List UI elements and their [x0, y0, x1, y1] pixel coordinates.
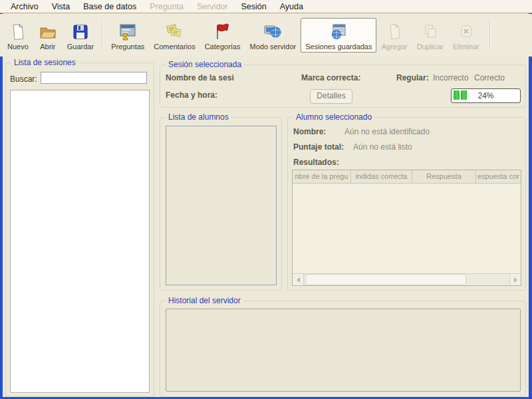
search-label: Buscar:	[10, 74, 37, 84]
scrollbar-track[interactable]	[466, 274, 509, 285]
toolbar-button-label: Agregar	[381, 43, 407, 51]
date-time-label: Fecha y hora:	[166, 90, 217, 100]
scroll-left-button[interactable]	[293, 274, 304, 285]
column-header-question-name[interactable]: nbre de la pregu	[293, 170, 351, 183]
results-table-body[interactable]	[293, 183, 521, 274]
chevron-right-icon	[514, 277, 517, 283]
duplicate-icon	[420, 22, 440, 42]
questions-button[interactable]: Preguntas	[106, 18, 149, 53]
toolbar-button-label: Categorías	[205, 43, 241, 51]
new-document-icon	[8, 22, 28, 42]
selected-student-panel: Alumno seleccionado Nombre: Aún no está …	[287, 117, 526, 291]
delete-icon	[456, 22, 476, 42]
open-button[interactable]: Abrir	[33, 18, 63, 53]
results-table: nbre de la pregu indidas correcta Respue…	[292, 170, 521, 286]
menu-servidor: Servidor	[190, 1, 235, 13]
add-button: Agregar	[376, 18, 412, 53]
server-history-title: Historial del servidor	[166, 296, 243, 305]
toolbar-button-label: Preguntas	[111, 43, 144, 51]
comments-button[interactable]: Comentarios	[149, 18, 200, 53]
add-icon	[384, 22, 404, 42]
menu-base-de-datos[interactable]: Base de datos	[76, 1, 143, 13]
categories-flag-icon	[213, 22, 233, 42]
details-button[interactable]: Detalles	[310, 89, 352, 104]
selected-student-title: Alumno seleccionado	[293, 112, 374, 122]
toolbar-button-label: Nuevo	[7, 43, 29, 51]
session-info-row: Nombre de la sesi Marca correcta: Regula…	[160, 73, 525, 84]
chevron-left-icon	[297, 277, 300, 283]
server-history-panel: Historial del servidor	[160, 301, 526, 397]
new-button[interactable]: Nuevo	[3, 18, 33, 53]
comments-notes-icon	[164, 22, 184, 42]
categories-button[interactable]: Categorías	[200, 18, 245, 53]
correct-label: Correcto	[474, 73, 505, 82]
session-name-label: Nombre de la sesi	[166, 73, 234, 82]
toolbar-button-label: Modo servidor	[249, 43, 296, 51]
score-progress-bar: 24%	[451, 88, 521, 103]
window-border-left	[0, 13, 3, 399]
saved-sessions-button[interactable]: Sesiones guardadas	[301, 18, 376, 53]
menu-bar: Archivo Vista Base de datos Pregunta Ser…	[0, 0, 532, 13]
student-score-row: Puntaje total: Aún no está listo	[293, 142, 521, 153]
selected-session-panel: Sesión seleccionada Nombre de la sesi Ma…	[160, 65, 526, 108]
column-header-correct-answer[interactable]: espuesta cor	[476, 170, 521, 183]
sessions-panel: Lista de sesiones Buscar:	[5, 63, 154, 397]
save-button[interactable]: Guardar	[63, 18, 98, 53]
server-history-log[interactable]	[166, 309, 521, 392]
regular-label: Regular:	[396, 73, 429, 82]
selected-session-title: Sesión seleccionada	[166, 60, 244, 69]
duplicate-button: Duplicar	[412, 18, 448, 53]
toolbar-separator	[102, 20, 103, 51]
toolbar-button-label: Abrir	[40, 43, 55, 51]
results-label: Resultados:	[293, 158, 339, 167]
menu-ayuda[interactable]: Ayuda	[273, 1, 310, 13]
column-header-answered-correct[interactable]: indidas correcta	[351, 170, 412, 183]
column-header-answer[interactable]: Respuesta	[412, 170, 476, 183]
results-table-header: nbre de la pregu indidas correcta Respue…	[293, 170, 521, 184]
toolbar-button-label: Duplicar	[417, 43, 444, 51]
menu-sesion[interactable]: Sesión	[234, 1, 273, 13]
student-score-label: Puntaje total:	[293, 142, 344, 152]
menu-pregunta: Pregunta	[143, 1, 190, 13]
toolbar-button-label: Eliminar	[453, 43, 479, 51]
menu-archivo[interactable]: Archivo	[4, 1, 45, 13]
toolbar-button-label: Comentarios	[154, 43, 195, 51]
student-score-value: Aún no está listo	[353, 142, 412, 152]
window-border-right	[529, 13, 532, 399]
results-row: Resultados:	[293, 158, 521, 168]
search-input[interactable]	[41, 72, 147, 84]
open-folder-icon	[38, 22, 58, 42]
students-panel-title: Lista de alumnos	[166, 112, 231, 122]
session-date-row: Fecha y hora: Detalles 24%	[160, 88, 525, 104]
incorrect-label: Incorrecto	[433, 73, 468, 82]
toolbar-separator	[489, 20, 491, 51]
scroll-right-button[interactable]	[509, 274, 521, 285]
sessions-panel-title: Lista de sesiones	[11, 58, 78, 67]
session-list[interactable]	[10, 90, 150, 393]
menu-vista[interactable]: Vista	[45, 1, 77, 13]
toolbar: Nuevo Abrir Guardar Preguntas	[0, 14, 532, 57]
student-list[interactable]	[166, 126, 277, 285]
delete-button: Eliminar	[448, 18, 484, 53]
save-floppy-icon	[70, 22, 90, 42]
saved-sessions-icon	[329, 22, 348, 42]
toolbar-button-label: Guardar	[67, 43, 94, 51]
students-panel: Lista de alumnos	[160, 117, 282, 291]
horizontal-scrollbar	[293, 273, 521, 285]
student-name-label: Nombre:	[293, 127, 326, 136]
scrollbar-thumb[interactable]	[305, 274, 466, 285]
toolbar-button-label: Sesiones guardadas	[305, 43, 372, 51]
student-name-row: Nombre: Aún no está identificado	[293, 127, 521, 138]
progress-percent-text: 24%	[452, 91, 520, 100]
correct-mark-label: Marca correcta:	[301, 73, 360, 82]
server-mode-icon	[263, 22, 283, 42]
questions-icon	[118, 22, 138, 42]
server-mode-button[interactable]: Modo servidor	[245, 18, 301, 53]
student-name-value: Aún no está identificado	[344, 127, 430, 136]
